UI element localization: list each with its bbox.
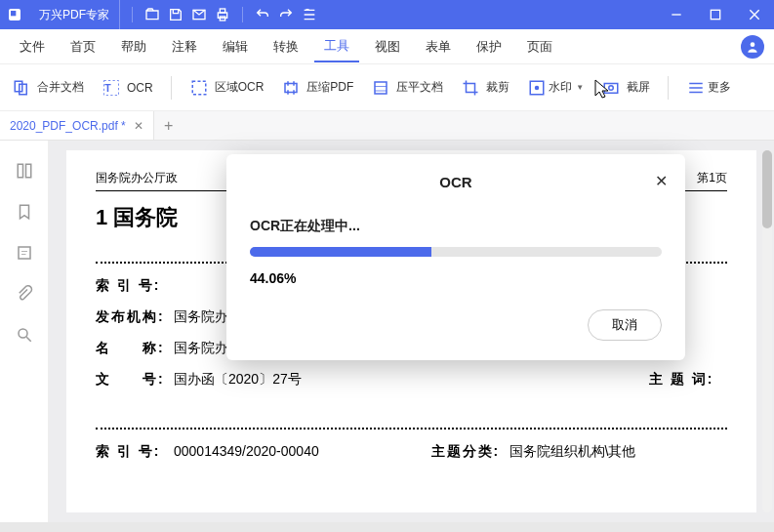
watermark-button[interactable]: 水印▼ [525,74,586,102]
screenshot-label: 截屏 [627,79,650,96]
name-value: 国务院办公厅关于同意调整完善消费者权益保护工作部际联席会议制度的函 [174,340,727,357]
ocr-button[interactable]: TOCR [100,74,155,102]
redo-icon[interactable] [278,7,294,22]
svg-rect-15 [192,81,206,95]
compress-label: 压缩PDF [306,79,353,96]
svg-rect-1 [11,11,16,16]
merge-label: 合并文档 [37,79,84,96]
merge-button[interactable]: 合并文档 [10,74,86,102]
svg-rect-17 [375,82,387,94]
print-icon[interactable] [215,7,230,22]
menu-item-3[interactable]: 注释 [162,32,207,61]
menu-item-1[interactable]: 首页 [61,32,105,61]
more-label: 更多 [708,79,731,96]
left-sidebar [0,141,49,522]
svg-rect-29 [19,247,30,259]
titlebar: 万兴PDF专家 [0,0,774,29]
thumbnails-icon[interactable] [14,160,35,182]
search-icon[interactable] [14,324,35,346]
svg-point-23 [609,85,614,90]
svg-rect-22 [605,83,619,93]
document-viewport[interactable]: 国务院办公厅政 第1页 1 国务院 索 引 号: 发布机构: 国务院办公厅 成文… [49,141,774,522]
statusbar [0,522,774,532]
customize-dropdown-icon[interactable] [302,7,317,22]
tab-label: 2020_PDF_OCR.pdf * [10,119,126,133]
svg-point-32 [19,329,27,338]
app-logo-icon [7,7,22,22]
area-ocr-button[interactable]: 区域OCR [187,74,266,102]
undo-icon[interactable] [255,7,270,22]
menu-item-2[interactable]: 帮助 [111,32,156,61]
document-tab[interactable]: 2020_PDF_OCR.pdf * ✕ [0,111,154,140]
publisher-label: 发布机构: [96,308,174,326]
watermark-label: 水印 [549,79,572,96]
publisher-value: 国务院办公厅 [174,308,392,326]
minimize-button[interactable] [657,0,696,29]
open-icon[interactable] [144,7,160,22]
attachment-icon[interactable] [14,283,35,305]
svg-text:T: T [104,81,111,93]
index-label: 索 引 号: [96,277,174,295]
menu-item-4[interactable]: 编辑 [213,32,258,61]
svg-rect-28 [25,164,30,178]
new-tab-button[interactable]: + [154,111,183,140]
tab-bar: 2020_PDF_OCR.pdf * ✕ + [0,111,774,141]
index2-value: 000014349/2020-00040 [174,443,392,461]
index2-label: 索 引 号: [96,443,174,461]
compress-button[interactable]: 压缩PDF [279,74,355,102]
name-label: 名 称: [96,340,174,357]
svg-line-33 [26,337,31,342]
screenshot-button[interactable]: 截屏 [599,74,652,102]
menu-item-6[interactable]: 工具 [314,31,359,62]
page-heading: 1 国务院 [96,203,727,232]
quick-access [120,7,325,22]
svg-rect-27 [18,164,22,178]
menu-item-7[interactable]: 视图 [365,32,410,61]
docnum-value: 国办函〔2020〕27号 [174,371,610,389]
menu-item-8[interactable]: 表单 [416,32,461,61]
svg-rect-4 [220,9,224,13]
maximize-button[interactable] [696,0,735,29]
crop-label: 裁剪 [486,79,509,96]
scroll-thumb[interactable] [762,150,772,228]
close-button[interactable] [735,0,774,29]
menu-item-9[interactable]: 保护 [467,32,511,61]
user-avatar[interactable] [741,35,764,59]
svg-point-21 [535,85,540,90]
flatten-label: 压平文档 [396,79,443,96]
svg-rect-16 [285,83,297,92]
annotations-icon[interactable] [14,242,35,264]
chevron-down-icon: ▼ [576,83,584,92]
more-button[interactable]: 更多 [684,74,733,102]
vertical-scrollbar[interactable] [762,150,772,512]
crop-button[interactable]: 裁剪 [459,74,511,102]
user-icon [746,40,759,54]
menu-item-5[interactable]: 转换 [264,32,308,61]
svg-rect-7 [711,10,719,19]
date-value: 2020年04月20日 [509,308,728,326]
svg-point-10 [751,42,755,47]
toolbar: 合并文档 TOCR 区域OCR 压缩PDF 压平文档 裁剪 水印▼ 截屏 更多 [0,64,774,111]
app-logo [0,0,29,29]
page: 国务院办公厅政 第1页 1 国务院 索 引 号: 发布机构: 国务院办公厅 成文… [66,150,756,512]
page-number: 第1页 [697,170,727,186]
flatten-button[interactable]: 压平文档 [369,74,445,102]
docnum-label: 文 号: [96,371,174,389]
workspace: 国务院办公厅政 第1页 1 国务院 索 引 号: 发布机构: 国务院办公厅 成文… [0,141,774,522]
date-label: 成文日期: [431,308,509,326]
save-icon[interactable] [168,7,183,22]
menu-item-0[interactable]: 文件 [10,32,55,61]
menubar: 文件首页帮助注释编辑转换工具视图表单保护页面 [0,29,774,64]
area-ocr-label: 区域OCR [215,79,265,96]
mail-icon[interactable] [191,7,207,22]
app-title: 万兴PDF专家 [29,0,120,29]
topic-label: 主 题 词: [649,371,727,389]
ocr-label: OCR [127,81,153,95]
cat-value: 国务院组织机构\其他 [509,443,728,461]
bookmark-icon[interactable] [14,201,35,223]
menu-item-10[interactable]: 页面 [517,32,562,61]
page-header-left: 国务院办公厅政 [96,170,178,186]
tab-close-icon[interactable]: ✕ [134,119,143,133]
cat-label: 主题分类: [431,443,509,461]
